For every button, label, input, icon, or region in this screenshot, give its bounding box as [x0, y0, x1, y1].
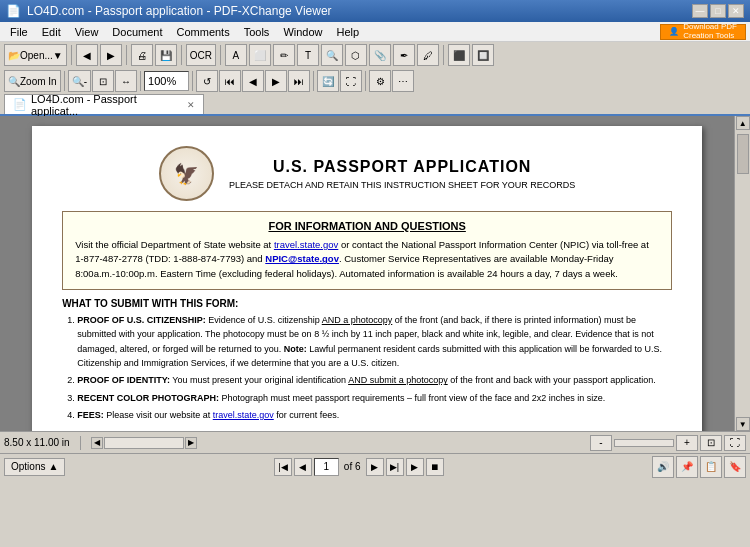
fullscreen-status-btn[interactable]: ⛶ [724, 435, 746, 451]
what-to-submit-title: WHAT TO SUBMIT WITH THIS FORM: [62, 298, 672, 309]
back-button[interactable]: ◀ [76, 44, 98, 66]
bottom-btn-1[interactable]: 🔊 [652, 456, 674, 478]
first-page-btn[interactable]: ⏮ [219, 70, 241, 92]
menu-help[interactable]: Help [331, 25, 366, 39]
pdf-container: 🦅 U.S. PASSPORT APPLICATION PLEASE DETAC… [0, 116, 734, 431]
toolbar-btn-i[interactable]: 🖊 [417, 44, 439, 66]
settings-btn[interactable]: ⚙ [369, 70, 391, 92]
extras-btn[interactable]: ⋯ [392, 70, 414, 92]
next-page-btn[interactable]: ▶ [265, 70, 287, 92]
pdf-page: 🦅 U.S. PASSPORT APPLICATION PLEASE DETAC… [32, 126, 702, 431]
document-tab[interactable]: 📄 LO4D.com - Passport applicat... ✕ [4, 94, 204, 114]
info-link-1[interactable]: travel.state.gov [274, 239, 338, 250]
menu-document[interactable]: Document [106, 25, 168, 39]
bottom-right-area: 🔊 📌 📋 🔖 [652, 456, 746, 478]
stop-btn[interactable]: ⏹ [426, 458, 444, 476]
minimize-button[interactable]: — [692, 4, 708, 18]
fit-width-btn[interactable]: ↔ [115, 70, 137, 92]
open-label: Open... [20, 50, 53, 61]
toolbar-btn-h[interactable]: ✒ [393, 44, 415, 66]
page-number-input[interactable] [314, 458, 339, 476]
next-page-nav-btn[interactable]: ▶ [366, 458, 384, 476]
bottom-btn-3[interactable]: 📋 [700, 456, 722, 478]
passport-main-title: U.S. PASSPORT APPLICATION [229, 158, 575, 176]
separator-1 [71, 45, 72, 65]
zoom-value-input[interactable] [144, 71, 189, 91]
toolbar-btn-b[interactable]: ⬜ [249, 44, 271, 66]
scroll-left-button[interactable]: ◀ [91, 437, 103, 449]
play-btn[interactable]: ▶ [406, 458, 424, 476]
bottom-btn-4[interactable]: 🔖 [724, 456, 746, 478]
status-bar: 8.50 x 11.00 in ◀ ▶ - + ⊡ ⛶ [0, 431, 750, 453]
toolbar-btn-d[interactable]: T [297, 44, 319, 66]
menu-tools[interactable]: Tools [238, 25, 276, 39]
rotate-btn[interactable]: 🔄 [317, 70, 339, 92]
menu-view[interactable]: View [69, 25, 105, 39]
zoom-slider[interactable] [614, 439, 674, 447]
fit-page-btn[interactable]: ⊡ [92, 70, 114, 92]
scroll-down-button[interactable]: ▼ [736, 417, 750, 431]
fees-link[interactable]: travel.state.gov [213, 410, 274, 420]
what-to-submit-list: PROOF OF U.S. CITIZENSHIP: Evidence of U… [62, 313, 672, 423]
open-button[interactable]: 📂 Open... ▼ [4, 44, 67, 66]
menu-window[interactable]: Window [277, 25, 328, 39]
ocr-button[interactable]: OCR [186, 44, 216, 66]
last-page-btn[interactable]: ⏭ [288, 70, 310, 92]
toolbar-btn-e[interactable]: 🔍 [321, 44, 343, 66]
separator-3 [181, 45, 182, 65]
bottom-btn-2[interactable]: 📌 [676, 456, 698, 478]
separator-z1 [64, 71, 65, 91]
toolbar-btn-c[interactable]: ✏ [273, 44, 295, 66]
zoom-out-btn[interactable]: 🔍- [68, 70, 91, 92]
scroll-thumb-h[interactable] [104, 437, 184, 449]
menu-file[interactable]: File [4, 25, 34, 39]
prev-page-btn[interactable]: ◀ [242, 70, 264, 92]
toolbar-btn-k[interactable]: 🔲 [472, 44, 494, 66]
menu-bar: File Edit View Document Comments Tools W… [0, 22, 750, 42]
download-pdf-button[interactable]: 👤 Download PDFCreation Tools [660, 24, 746, 40]
print-button[interactable]: 🖨 [131, 44, 153, 66]
close-button[interactable]: ✕ [728, 4, 744, 18]
ocr-label: OCR [190, 50, 212, 61]
maximize-button[interactable]: □ [710, 4, 726, 18]
refresh-btn[interactable]: ↺ [196, 70, 218, 92]
open-icon: 📂 [8, 50, 20, 61]
toolbar-btn-j[interactable]: ⬛ [448, 44, 470, 66]
scroll-right-button[interactable]: ▶ [185, 437, 197, 449]
info-box-text: Visit the official Department of State w… [75, 238, 659, 281]
scroll-up-button[interactable]: ▲ [736, 116, 750, 130]
scroll-thumb-v[interactable] [737, 134, 749, 174]
separator-z2 [140, 71, 141, 91]
passport-subtitle: PLEASE DETACH AND RETAIN THIS INSTRUCTIO… [229, 180, 575, 190]
forward-button[interactable]: ▶ [100, 44, 122, 66]
zoom-in-status-btn[interactable]: + [676, 435, 698, 451]
tab-bar: 📄 LO4D.com - Passport applicat... ✕ [0, 94, 750, 116]
status-right: - + ⊡ ⛶ [590, 435, 746, 451]
info-link-2[interactable]: NPIC@state.gov [265, 253, 339, 264]
prev-page-nav-btn[interactable]: ◀ [294, 458, 312, 476]
dimensions-text: 8.50 x 11.00 in [4, 437, 70, 448]
menu-comments[interactable]: Comments [171, 25, 236, 39]
toolbar-btn-g[interactable]: 📎 [369, 44, 391, 66]
zoom-out-status-btn[interactable]: - [590, 435, 612, 451]
title-bar-text: LO4D.com - Passport application - PDF-XC… [27, 4, 332, 18]
menu-edit[interactable]: Edit [36, 25, 67, 39]
fullscreen-btn[interactable]: ⛶ [340, 70, 362, 92]
separator-z3 [192, 71, 193, 91]
tab-close-button[interactable]: ✕ [187, 100, 195, 110]
last-page-nav-btn[interactable]: ▶| [386, 458, 404, 476]
options-button[interactable]: Options ▲ [4, 458, 65, 476]
list-item-4: FEES: Please visit our website at travel… [77, 408, 672, 422]
save-button[interactable]: 💾 [155, 44, 177, 66]
fit-status-btn[interactable]: ⊡ [700, 435, 722, 451]
tab-icon: 📄 [13, 98, 27, 111]
open-dropdown-icon: ▼ [53, 50, 63, 61]
separator-z4 [313, 71, 314, 91]
seal-icon: 🦅 [174, 162, 199, 186]
zoom-in-button[interactable]: 🔍 Zoom In [4, 70, 61, 92]
toolbar-btn-a[interactable]: A [225, 44, 247, 66]
first-page-nav-btn[interactable]: |◀ [274, 458, 292, 476]
info-box: FOR INFORMATION AND QUESTIONS Visit the … [62, 211, 672, 290]
toolbar-btn-f[interactable]: ⬡ [345, 44, 367, 66]
vertical-scrollbar[interactable]: ▲ ▼ [734, 116, 750, 431]
